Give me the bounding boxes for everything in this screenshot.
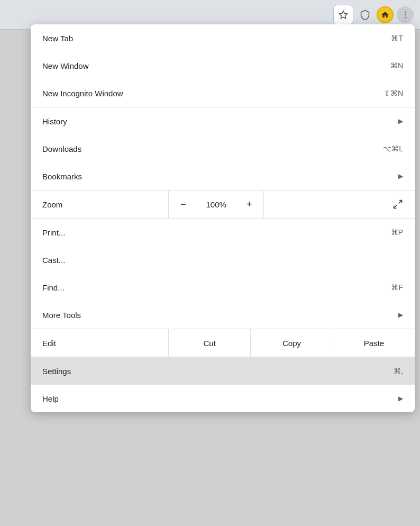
more-tools-item[interactable]: More Tools ▶ [31, 301, 415, 329]
cast-item[interactable]: Cast... [31, 246, 415, 274]
find-item[interactable]: Find... ⌘F [31, 274, 415, 301]
section-zoom: Zoom − 100% + [31, 191, 415, 219]
svg-point-3 [405, 17, 406, 18]
section-settings-help: Settings ⌘, Help ▶ [31, 357, 415, 412]
edit-label: Edit [31, 339, 168, 348]
edit-row: Edit Cut Copy Paste [31, 329, 415, 357]
settings-item[interactable]: Settings ⌘, [31, 357, 415, 385]
bookmarks-item[interactable]: Bookmarks ▶ [31, 162, 415, 190]
help-item[interactable]: Help ▶ [31, 385, 415, 412]
history-item[interactable]: History ▶ [31, 107, 415, 135]
bookmark-star-icon[interactable] [333, 5, 353, 25]
print-item[interactable]: Print... ⌘P [31, 219, 415, 246]
svg-point-1 [405, 11, 406, 12]
ublock-shield-icon[interactable] [357, 6, 373, 23]
new-tab-item[interactable]: New Tab ⌘T [31, 24, 415, 52]
profile-icon[interactable] [377, 6, 394, 23]
new-window-item[interactable]: New Window ⌘N [31, 52, 415, 79]
svg-line-4 [399, 201, 402, 204]
zoom-out-button[interactable]: − [169, 191, 198, 218]
zoom-controls: − 100% + [168, 191, 264, 218]
svg-point-2 [405, 14, 406, 15]
zoom-in-button[interactable]: + [235, 191, 264, 218]
zoom-label: Zoom [31, 200, 168, 209]
section-new-tabs: New Tab ⌘T New Window ⌘N New Incognito W… [31, 24, 415, 107]
copy-button[interactable]: Copy [250, 329, 332, 357]
svg-marker-0 [340, 11, 348, 18]
downloads-item[interactable]: Downloads ⌥⌘L [31, 135, 415, 162]
zoom-value: 100% [198, 200, 235, 209]
paste-button[interactable]: Paste [333, 329, 415, 357]
new-incognito-window-item[interactable]: New Incognito Window ⇧⌘N [31, 79, 415, 107]
fullscreen-button[interactable] [381, 191, 415, 218]
section-edit: Edit Cut Copy Paste [31, 329, 415, 357]
zoom-row: Zoom − 100% + [31, 191, 415, 218]
cut-button[interactable]: Cut [168, 329, 250, 357]
chrome-menu-button[interactable] [397, 6, 414, 23]
chrome-dropdown-menu: New Tab ⌘T New Window ⌘N New Incognito W… [31, 24, 415, 412]
svg-line-5 [394, 205, 397, 208]
section-nav: History ▶ Downloads ⌥⌘L Bookmarks ▶ [31, 107, 415, 191]
section-tools: Print... ⌘P Cast... Find... ⌘F More Tool… [31, 219, 415, 329]
